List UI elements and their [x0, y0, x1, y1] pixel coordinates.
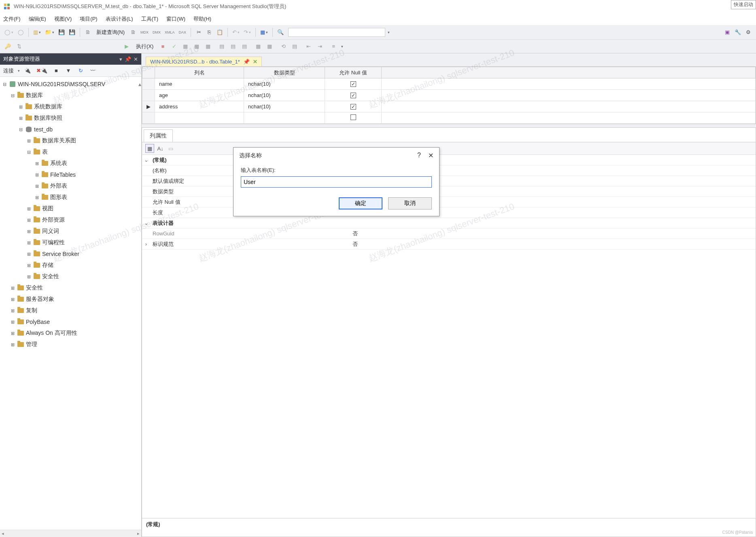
tree-management[interactable]: 管理 — [26, 341, 37, 348]
filter-button[interactable]: ▼ — [64, 66, 73, 75]
tab-close-icon[interactable]: ✕ — [253, 59, 257, 65]
table-row[interactable]: name nchar(10) — [142, 78, 756, 90]
key-button[interactable]: 🔑 — [3, 42, 12, 51]
activity-monitor-button[interactable]: 〰 — [88, 66, 97, 75]
help-icon[interactable]: ? — [417, 152, 421, 159]
stop-button[interactable]: ■ — [158, 42, 167, 51]
mdx-query-button[interactable]: MDX — [139, 28, 150, 37]
checkbox-icon[interactable] — [350, 81, 356, 87]
props-page-button[interactable]: ▭ — [166, 144, 175, 153]
open-button[interactable]: 📁▾ — [44, 28, 55, 37]
tree-views[interactable]: 视图 — [42, 205, 53, 212]
tree-polybase[interactable]: PolyBase — [26, 319, 50, 325]
plan2-button[interactable]: ▦ — [192, 42, 201, 51]
results-grid-button[interactable]: ▤ — [217, 42, 226, 51]
tree-db-security[interactable]: 安全性 — [42, 273, 59, 280]
alphabetical-button[interactable]: A↓ — [156, 144, 165, 153]
nav-forward-button[interactable]: ◯ — [16, 28, 25, 37]
horizontal-splitter[interactable] — [142, 124, 756, 127]
plan1-button[interactable]: ▦ — [181, 42, 190, 51]
tree-file-tables[interactable]: FileTables — [50, 171, 76, 178]
quick-launch-box[interactable]: 快速启动 — [731, 0, 756, 9]
ok-button[interactable]: 确定 — [339, 197, 382, 209]
connect-label[interactable]: 连接 — [3, 67, 14, 74]
chevron-down-icon[interactable]: ⌄ — [142, 220, 150, 226]
indexes-button[interactable]: ▤ — [290, 42, 299, 51]
col-header-name[interactable]: 列名 — [155, 67, 244, 78]
menu-project[interactable]: 项目(P) — [80, 15, 97, 23]
properties-button[interactable]: ▦▾ — [259, 28, 269, 37]
table-row[interactable]: age nchar(10) — [142, 90, 756, 101]
categorized-button[interactable]: ▦ — [145, 144, 154, 153]
run-icon[interactable]: ▶ — [122, 42, 131, 51]
search-dropdown[interactable]: ▾ — [388, 30, 390, 34]
tree-synonyms[interactable]: 同义词 — [42, 228, 59, 235]
execute-button[interactable]: 执行(X) — [134, 43, 156, 50]
tree-sys-tables[interactable]: 系统表 — [50, 160, 67, 167]
tab-pin-icon[interactable]: 📌 — [243, 59, 250, 65]
refresh-button[interactable]: ↻ — [76, 66, 85, 75]
copy-button[interactable]: ⎘ — [205, 28, 214, 37]
script1-button[interactable]: ▦ — [254, 42, 263, 51]
checkbox-icon[interactable] — [350, 114, 356, 120]
undo-button[interactable]: ↶▾ — [231, 28, 241, 37]
comment-button[interactable]: ≡ — [329, 42, 338, 51]
tree-programmability[interactable]: 可编程性 — [42, 239, 65, 246]
tree-storage[interactable]: 存储 — [42, 262, 53, 269]
explorer-dropdown-icon[interactable]: ▾ — [119, 56, 122, 62]
nav-back-button[interactable]: ◯▾ — [3, 28, 15, 37]
paste-button[interactable]: 📋 — [215, 28, 224, 37]
dmx-query-button[interactable]: DMX — [151, 28, 162, 37]
settings-button[interactable]: ⚙ — [744, 28, 753, 37]
more-dropdown[interactable]: ▾ — [341, 44, 343, 49]
tree-tables[interactable]: 表 — [42, 148, 48, 156]
col-header-nulls[interactable]: 允许 Null 值 — [325, 67, 382, 78]
explorer-hscroll[interactable]: ◂▸ — [0, 530, 141, 537]
connect-button[interactable]: 🔌 — [23, 66, 32, 75]
results-text-button[interactable]: ▤ — [229, 42, 238, 51]
chevron-down-icon[interactable]: ⌄ — [142, 157, 150, 163]
tree-testdb[interactable]: test_db — [34, 126, 53, 133]
tree-view[interactable]: ⊟WIN-N9LIG201RSD\MSSQLSERV▴ ⊟数据库 ⊞系统数据库 … — [0, 77, 141, 530]
indent-in-button[interactable]: ⇥ — [315, 42, 324, 51]
tree-graph-tables[interactable]: 图形表 — [50, 194, 67, 201]
tree-security[interactable]: 安全性 — [26, 284, 43, 292]
menu-help[interactable]: 帮助(H) — [193, 15, 211, 23]
tree-server[interactable]: WIN-N9LIG201RSD\MSSQLSERV — [18, 81, 105, 87]
pin-icon[interactable]: 📌 — [125, 56, 131, 62]
save-all-button[interactable]: 💾 — [68, 28, 76, 37]
explorer-close-icon[interactable]: ✕ — [134, 56, 138, 62]
menu-table-designer[interactable]: 表设计器(L) — [106, 15, 133, 23]
find-button[interactable]: 🔍 — [276, 28, 285, 37]
stop2-button[interactable]: ■ — [52, 66, 61, 75]
parse-button[interactable]: ✓ — [170, 42, 178, 51]
relations-button[interactable]: ⟲ — [279, 42, 288, 51]
menu-window[interactable]: 窗口(W) — [166, 15, 185, 23]
tree-db-snap[interactable]: 数据库快照 — [34, 114, 62, 122]
sort-button[interactable]: ⇅ — [15, 42, 23, 51]
tab-table1[interactable]: WIN-N9LIG201RSD...b - dbo.Table_1* 📌 ✕ — [146, 57, 262, 66]
script2-button[interactable]: ▦ — [265, 42, 274, 51]
tree-service-broker[interactable]: Service Broker — [42, 251, 79, 257]
results-file-button[interactable]: ▤ — [240, 42, 249, 51]
table-row[interactable]: ▶ address nchar(10) — [142, 101, 756, 112]
db-engine-query-button[interactable]: 🗎 — [129, 28, 138, 37]
tools-button[interactable]: 🔧 — [733, 28, 742, 37]
activity-button[interactable]: ▣ — [723, 28, 732, 37]
plan3-button[interactable]: ▦ — [204, 42, 212, 51]
menu-tools[interactable]: 工具(T) — [141, 15, 159, 23]
props-tab[interactable]: 列属性 — [144, 129, 173, 142]
checkbox-icon[interactable] — [350, 104, 356, 110]
tree-replication[interactable]: 复制 — [26, 307, 37, 314]
dax-query-button[interactable]: DAX — [178, 28, 188, 37]
menu-file[interactable]: 文件(F) — [3, 15, 21, 23]
xmla-query-button[interactable]: XMLA — [164, 28, 176, 37]
indent-out-button[interactable]: ⇤ — [304, 42, 313, 51]
cut-button[interactable]: ✂ — [194, 28, 203, 37]
menu-edit[interactable]: 编辑(E) — [29, 15, 46, 23]
tree-ext-tables[interactable]: 外部表 — [50, 182, 67, 190]
table-name-input[interactable] — [241, 176, 432, 188]
search-box[interactable] — [288, 28, 385, 37]
tree-ext-res[interactable]: 外部资源 — [42, 216, 65, 224]
tree-always-on[interactable]: Always On 高可用性 — [26, 330, 77, 337]
